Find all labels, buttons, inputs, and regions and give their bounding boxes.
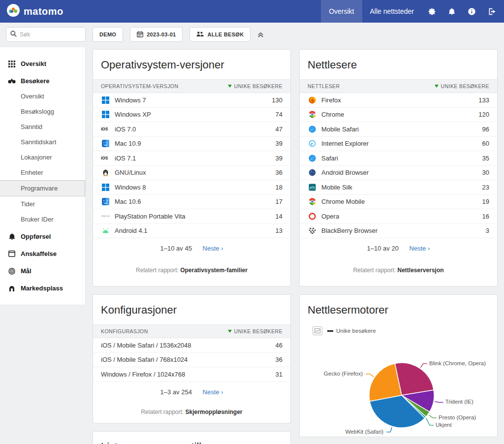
segment-selector-button[interactable]: ALLE BESØK [189,27,251,42]
sidebar-item-anskaffelse[interactable]: Anskaffelse [0,246,85,261]
sidebar-item-sanntidskart[interactable]: Sanntidskart [0,134,85,150]
table-row[interactable]: iOS / Mobile Safari / 1536x204846 [93,338,290,353]
widget-browsers: Nettlesere NETTLESER UNIKE BESØKERE Fire… [299,49,498,286]
row-label: Windows / Firefox / 1024x768 [101,371,276,378]
column-header-label[interactable]: OPERATIVSYSTEM-VERSJON [101,83,178,89]
collapse-chevrons-icon[interactable] [257,32,264,38]
table-row[interactable]: GNU/Linux36 [93,166,290,181]
table-row[interactable]: Safari35 [300,151,497,166]
sidebar-item-m-l[interactable]: Mål [0,263,85,279]
pie-leader-line [429,415,437,418]
signout-icon[interactable] [482,0,504,23]
table-row[interactable]: Windows 7130 [93,93,290,108]
related-report-link[interactable]: Skjermoppløsninger [186,409,243,415]
pie-label-blink-chrome-opera-[interactable]: Blink (Chrome, Opera) [429,360,486,366]
table-row[interactable]: iOSiOS 7.047 [93,122,290,137]
globe-icon [308,169,316,177]
pie-label-presto-opera-[interactable]: Presto (Opera) [439,414,476,420]
widget-title: Operativsystem-versjoner [93,50,290,79]
sort-column[interactable]: UNIKE BESØKERE [228,83,283,89]
related-report-link[interactable]: Nettleserversjon [398,267,444,274]
browser-engines-pie-chart[interactable]: Blink (Chrome, Opera)Trident (IE)Presto … [300,335,497,437]
search-input[interactable] [20,31,74,38]
column-header-label[interactable]: NETTLESER [308,83,340,89]
pagination: 1–10 av 45 Neste › [93,238,290,254]
table-row[interactable]: Mobile Silk23 [300,180,497,195]
row-label: iOS 7.0 [115,126,276,133]
sidebar-item-tider[interactable]: Tider [0,196,85,212]
table-row[interactable]: Chrome120 [300,108,497,123]
row-label: iOS 7.1 [115,155,276,162]
table-row[interactable]: Opera16 [300,209,497,224]
row-label: GNU/Linux [115,169,276,176]
brand-name: matomo [24,6,63,17]
date-label: 2023-03-01 [147,32,176,37]
sidebar-item-label: Enheter [21,169,43,176]
sidebar-item-bes-kere[interactable]: Besøkere [0,73,85,89]
mac-icon [101,198,110,206]
row-value: 74 [276,111,283,118]
row-label: Mobile Safari [321,126,482,133]
row-value: 17 [276,198,283,205]
site-selector-button[interactable]: DEMO [93,27,123,42]
column-header-label[interactable]: KONFIGURASJON [101,328,148,334]
nav-item-alle-nettsteder[interactable]: Alle nettsteder [362,0,422,23]
table-row[interactable]: eInternet Explorer60 [300,137,497,152]
sidebar-item-oppf-rsel[interactable]: Oppførsel [0,229,85,244]
sidebar-item-markedsplass[interactable]: Markedsplass [0,281,85,296]
sidebar-item-bruker-ider[interactable]: Bruker IDer [0,212,85,227]
pagination-next-link[interactable]: Neste › [203,245,223,252]
sort-column[interactable]: UNIKE BESØKERE [435,83,489,89]
sort-column[interactable]: UNIKE BESØKERE [228,328,283,334]
pie-label-webkit-safari-[interactable]: WebKit (Safari) [345,429,383,435]
info-icon[interactable] [462,0,482,23]
table-row[interactable]: Mac 10.617 [93,195,290,210]
opera-icon [308,212,316,220]
row-value: 133 [478,96,489,104]
table-row[interactable]: BlackBerry Browser3 [300,224,497,239]
pagination-range: 1–10 av 45 [160,245,192,252]
chart-legend-row: Unike besøkere [300,324,497,335]
table-row[interactable]: Chrome Mobile19 [300,195,497,210]
safari-icon [308,154,316,162]
gear-icon[interactable] [422,0,442,23]
table-row[interactable]: Android Browser30 [300,166,497,181]
nav-item-oversikt[interactable]: Oversikt [321,0,362,23]
table-row[interactable]: Windows XP74 [93,108,290,123]
date-selector-button[interactable]: 2023-03-01 [130,27,183,42]
table-row[interactable]: Android 4.113 [93,224,290,239]
table-row[interactable]: iOS / Mobile Safari / 768x102436 [93,353,290,368]
related-report-link[interactable]: Operativsystem-familier [180,267,248,274]
sidebar-item-bes-kslogg[interactable]: Besøkslogg [0,104,85,119]
table-row[interactable]: Windows / Firefox / 1024x76831 [93,367,290,382]
sidebar-item-label: Markedsplass [21,285,63,292]
table-row[interactable]: PlayStation Portable Vita14 [93,209,290,224]
sidebar-item-label: Besøkere [21,77,50,85]
table-row[interactable]: Mac 10.939 [93,137,290,152]
pagination: 1–10 av 20 Neste › [300,238,497,254]
table-row[interactable]: iOSiOS 7.139 [93,151,290,166]
bell-icon[interactable] [442,0,462,23]
pie-label-trident-ie-[interactable]: Trident (IE) [445,399,473,405]
matomo-brand[interactable]: matomo [0,4,63,19]
sidebar-item-sanntid[interactable]: Sanntid [0,119,85,134]
pagination-next-link[interactable]: Neste › [203,388,223,396]
pagination-next-link[interactable]: Neste › [410,245,430,252]
navbar-right: Oversikt Alle nettsteder [321,0,504,23]
sidebar-item-oversikt[interactable]: Oversikt [0,56,85,71]
search-box[interactable] [6,27,86,42]
sidebar-item-lokasjoner[interactable]: Lokasjoner [0,150,85,165]
sidebar-item-label: Anskaffelse [21,250,57,257]
pie-label-ukjent[interactable]: Ukjent [436,422,452,428]
table-row[interactable]: Mobile Safari96 [300,122,497,137]
sidebar-item-enheter[interactable]: Enheter [0,165,85,180]
table-row[interactable]: Windows 818 [93,180,290,195]
sidebar-item-label: Sanntidskart [21,138,56,146]
table-row[interactable]: Firefox133 [300,93,497,108]
pie-label-gecko-firefox-[interactable]: Gecko (Firefox) [324,371,363,377]
export-image-icon[interactable] [313,326,322,335]
sidebar-item-programvare[interactable]: Programvare [0,180,85,196]
sidebar-item-oversikt[interactable]: Oversikt [0,89,85,104]
legend-item-unike-besokere[interactable]: Unike besøkere [327,328,376,334]
sort-desc-icon [435,85,439,88]
